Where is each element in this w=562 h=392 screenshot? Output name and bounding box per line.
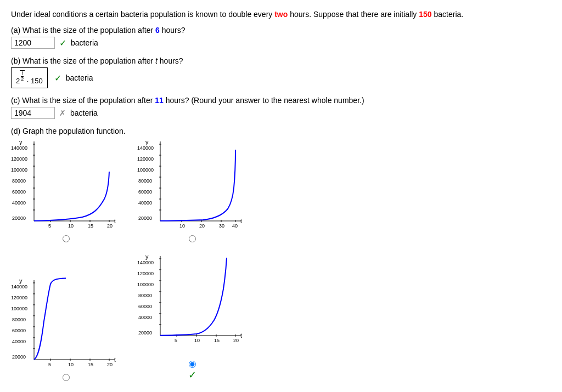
- svg-text:80000: 80000: [138, 178, 152, 184]
- svg-text:80000: 80000: [12, 178, 26, 184]
- svg-text:120000: 120000: [11, 295, 27, 300]
- svg-text:60000: 60000: [138, 304, 152, 309]
- svg-text:10: 10: [194, 338, 200, 343]
- part-c-cross-icon: ✗: [59, 109, 66, 117]
- svg-text:20000: 20000: [138, 330, 152, 336]
- part-b-answer-row: 2t2 · 150 ✓ bacteria: [11, 67, 551, 88]
- svg-text:80000: 80000: [12, 317, 26, 322]
- svg-text:t: t: [240, 218, 242, 224]
- svg-text:t: t: [114, 218, 116, 224]
- graph-3-radio[interactable]: [63, 374, 70, 381]
- svg-text:t: t: [114, 357, 116, 363]
- svg-text:140000: 140000: [11, 284, 27, 289]
- part-b-label: (b) What is the size of the population a…: [11, 56, 551, 65]
- svg-text:140000: 140000: [137, 260, 154, 265]
- intro-150: 150: [419, 10, 431, 19]
- graph-3: y t 20000 40000 60000 80000 100000 12000…: [11, 277, 121, 371]
- part-a-check-icon: ✓: [59, 38, 66, 48]
- part-a: (a) What is the size of the population a…: [11, 26, 551, 49]
- svg-text:20: 20: [107, 362, 113, 367]
- graph-4-container: y t 20000 40000 60000 80000 100000 12000…: [137, 253, 247, 381]
- svg-text:t: t: [240, 333, 242, 339]
- svg-text:60000: 60000: [12, 189, 26, 195]
- graphs-row-1: y t 20000 40000 60000 80000 10: [11, 139, 551, 242]
- svg-text:20000: 20000: [12, 215, 26, 221]
- svg-text:30: 30: [219, 223, 224, 229]
- svg-text:10: 10: [68, 223, 74, 229]
- svg-text:10: 10: [68, 362, 74, 367]
- intro-end: bacteria.: [432, 10, 464, 19]
- svg-text:y: y: [145, 139, 149, 145]
- part-c-11: 11: [155, 96, 164, 105]
- svg-text:120000: 120000: [137, 271, 154, 276]
- part-a-6: 6: [155, 26, 160, 35]
- svg-text:5: 5: [48, 223, 51, 229]
- graph-4: y t 20000 40000 60000 80000 100000 12000…: [137, 253, 247, 357]
- intro-two: two: [274, 10, 288, 19]
- part-c: (c) What is the size of the population a…: [11, 96, 551, 119]
- graphs-row-2: y t 20000 40000 60000 80000 100000 12000…: [11, 253, 551, 381]
- part-b: (b) What is the size of the population a…: [11, 56, 551, 88]
- graph-4-check: ✓: [188, 369, 196, 381]
- svg-text:5: 5: [175, 338, 177, 343]
- svg-text:40000: 40000: [138, 200, 152, 206]
- svg-text:120000: 120000: [11, 156, 27, 162]
- graph-1: y t 20000 40000 60000 80000 10: [11, 139, 121, 232]
- svg-text:5: 5: [48, 362, 51, 367]
- part-c-label: (c) What is the size of the population a…: [11, 96, 551, 105]
- svg-text:60000: 60000: [12, 328, 26, 333]
- svg-text:10: 10: [179, 223, 185, 229]
- svg-text:140000: 140000: [11, 145, 27, 151]
- graph-1-container: y t 20000 40000 60000 80000 10: [11, 139, 121, 242]
- svg-text:80000: 80000: [138, 293, 152, 298]
- graphs-section: y t 20000 40000 60000 80000 10: [11, 139, 551, 381]
- intro-mid: hours. Suppose that there are initially: [288, 10, 419, 19]
- part-d: (d) Graph the population function. y t 2…: [11, 127, 551, 381]
- svg-text:40000: 40000: [12, 200, 26, 206]
- part-d-label: (d) Graph the population function.: [11, 127, 551, 135]
- part-a-answer-row: ✓ bacteria: [11, 37, 551, 49]
- svg-text:20000: 20000: [138, 215, 152, 221]
- part-a-unit: bacteria: [71, 38, 98, 47]
- svg-text:y: y: [145, 253, 149, 260]
- svg-text:20: 20: [107, 223, 113, 229]
- svg-text:100000: 100000: [11, 167, 27, 173]
- graph-2: y t 20000 40000 60000 80000 100000 12000…: [137, 139, 247, 232]
- svg-text:y: y: [19, 277, 23, 284]
- svg-text:20000: 20000: [12, 354, 26, 360]
- part-c-input[interactable]: [11, 107, 55, 119]
- svg-text:y: y: [19, 139, 23, 145]
- graph-4-radio[interactable]: [189, 361, 196, 368]
- svg-text:100000: 100000: [137, 167, 154, 173]
- svg-text:100000: 100000: [137, 282, 154, 287]
- part-b-formula: 2t2 · 150: [11, 67, 48, 88]
- svg-text:140000: 140000: [137, 145, 154, 151]
- graph-2-container: y t 20000 40000 60000 80000 100000 12000…: [137, 139, 247, 242]
- svg-text:60000: 60000: [138, 189, 152, 195]
- graph-2-radio[interactable]: [189, 235, 196, 242]
- graph-1-radio[interactable]: [63, 235, 70, 242]
- svg-text:40: 40: [232, 223, 238, 229]
- part-b-check-icon: ✓: [54, 73, 61, 83]
- svg-text:120000: 120000: [137, 156, 154, 162]
- part-a-label: (a) What is the size of the population a…: [11, 26, 551, 35]
- svg-text:15: 15: [214, 338, 220, 343]
- svg-text:40000: 40000: [12, 339, 26, 344]
- svg-text:20: 20: [233, 338, 239, 343]
- part-b-unit: bacteria: [66, 73, 93, 82]
- svg-text:15: 15: [88, 362, 93, 367]
- svg-text:40000: 40000: [138, 315, 152, 320]
- problem-statement: Under ideal conditions a certain bacteri…: [11, 8, 551, 20]
- graph-3-container: y t 20000 40000 60000 80000 100000 12000…: [11, 277, 121, 381]
- part-a-input[interactable]: [11, 37, 55, 49]
- svg-text:100000: 100000: [11, 306, 27, 311]
- part-c-unit: bacteria: [70, 109, 98, 117]
- svg-text:15: 15: [88, 223, 93, 229]
- part-c-answer-row: ✗ bacteria: [11, 107, 551, 119]
- svg-text:20: 20: [199, 223, 205, 229]
- intro-text: Under ideal conditions a certain bacteri…: [11, 10, 274, 19]
